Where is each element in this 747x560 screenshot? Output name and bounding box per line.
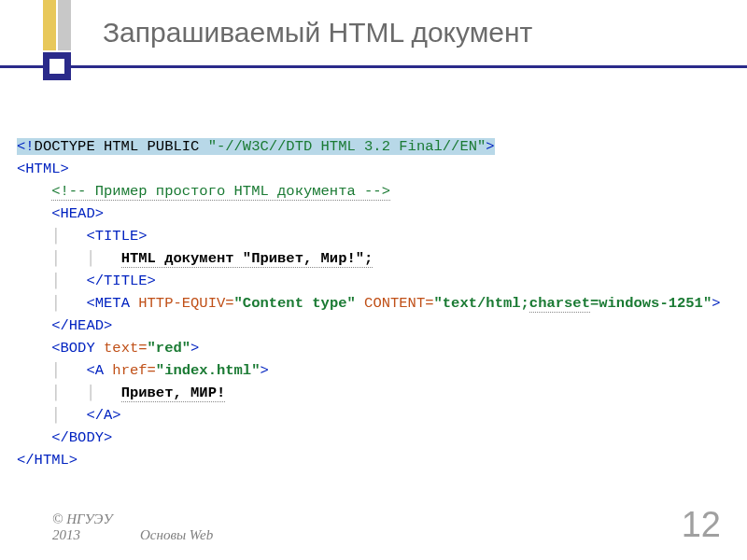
slide-title: Запрашиваемый HTML документ	[103, 17, 532, 49]
footer-credit: © НГУЭУ 2013	[52, 511, 113, 543]
decor-square-inner	[49, 59, 64, 74]
footer-org: © НГУЭУ	[52, 511, 113, 527]
code-line-4: <HEAD>	[17, 203, 730, 225]
decor-bar-gray	[58, 0, 71, 50]
code-line-9: </HEAD>	[17, 315, 730, 337]
footer-year: 2013	[52, 527, 113, 543]
code-line-7: │ </TITLE>	[17, 270, 730, 292]
code-line-3: <!-- Пример простого HTML документа -->	[17, 180, 730, 203]
footer-topic: Основы Web	[140, 527, 213, 543]
code-line-14: </BODY>	[17, 427, 730, 449]
code-line-8: │ <META HTTP-EQUIV="Content type" CONTEN…	[17, 292, 730, 315]
code-line-10: <BODY text="red">	[17, 337, 730, 359]
code-line-12: │ │ Привет, МИР!	[17, 382, 730, 404]
code-line-2: <HTML>	[17, 158, 730, 180]
decor-hr	[0, 65, 747, 68]
code-line-13: │ </A>	[17, 404, 730, 427]
code-line-6: │ │ HTML документ "Привет, Мир!";	[17, 247, 730, 270]
code-block: <!DOCTYPE HTML PUBLIC "-//W3C//DTD HTML …	[17, 135, 730, 471]
code-line-15: </HTML>	[17, 449, 730, 471]
code-line-11: │ <A href="index.html">	[17, 359, 730, 382]
page-number: 12	[682, 505, 721, 545]
code-line-1: <!DOCTYPE HTML PUBLIC "-//W3C//DTD HTML …	[17, 135, 730, 158]
decor-bar-yellow	[43, 0, 56, 50]
code-line-5: │ <TITLE>	[17, 225, 730, 247]
